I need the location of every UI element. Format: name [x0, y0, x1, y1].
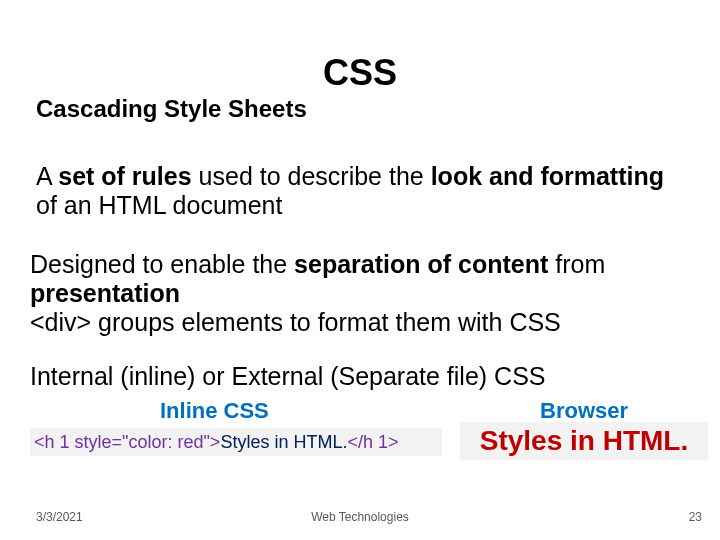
internal-external-line: Internal (inline) or External (Separate …	[30, 362, 546, 391]
code-example-box: <h 1 style="color: red"> Styles in HTML.…	[30, 428, 442, 456]
column-inline-title: Inline CSS	[160, 398, 269, 424]
footer-title: Web Technologies	[0, 510, 720, 524]
text: <div> groups elements to format them wit…	[30, 308, 561, 336]
slide-subtitle: Cascading Style Sheets	[36, 95, 307, 123]
text: Designed to enable the	[30, 250, 294, 278]
text: A	[36, 162, 58, 190]
slide-title: CSS	[0, 52, 720, 94]
definition-paragraph: A set of rules used to describe the look…	[36, 162, 684, 220]
text-bold: separation of content	[294, 250, 548, 278]
browser-result-box: Styles in HTML.	[460, 422, 708, 460]
code-tag-close: </h 1>	[347, 432, 398, 453]
text: of an HTML document	[36, 191, 282, 219]
code-tag-open: <h 1 style="color: red">	[34, 432, 220, 453]
text-bold: set of rules	[58, 162, 191, 190]
text: used to describe the	[192, 162, 431, 190]
designed-paragraph: Designed to enable the separation of con…	[30, 250, 684, 336]
code-content: Styles in HTML.	[220, 432, 347, 453]
text-bold: look and formatting	[431, 162, 664, 190]
column-browser-title: Browser	[540, 398, 628, 424]
footer-page-number: 23	[689, 510, 702, 524]
text: from	[548, 250, 605, 278]
text-bold: presentation	[30, 279, 180, 307]
